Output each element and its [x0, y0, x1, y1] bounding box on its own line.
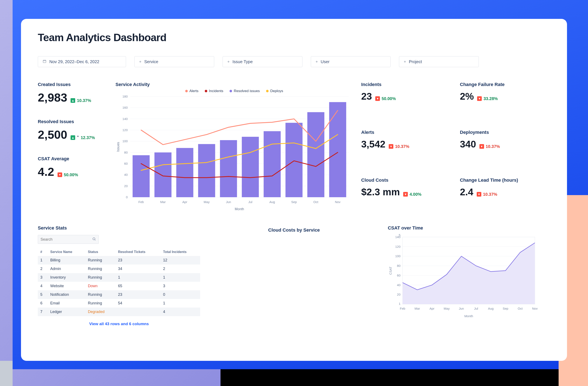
svg-text:80: 80	[124, 151, 128, 154]
svg-text:160: 160	[123, 106, 128, 109]
delta-text: 10.37%	[395, 144, 409, 149]
svg-text:Sep: Sep	[503, 307, 508, 310]
table-header[interactable]: Total Incidents	[161, 248, 200, 256]
metric-label: Cloud Costs	[361, 177, 452, 183]
filter-service-label: Service	[144, 59, 158, 64]
arrow-down-icon: ▼	[477, 192, 481, 196]
table-row[interactable]: 3InventoryRunning11	[38, 273, 200, 282]
filter-issue-type[interactable]: ⌖ Issue Type	[223, 56, 302, 67]
svg-rect-29	[307, 112, 324, 197]
svg-rect-27	[264, 131, 281, 197]
search-input[interactable]	[41, 237, 90, 242]
legend-dot-alerts	[185, 90, 188, 92]
table-cell: Ledger	[48, 308, 85, 316]
dashboard-card: Team Analytics Dashboard Nov 29, 2022–De…	[21, 19, 567, 361]
metric-delta: ▼10.37%	[389, 144, 409, 149]
table-cell: Running	[85, 273, 116, 282]
table-cell: 4	[161, 308, 200, 316]
delta-text: 10.37%	[77, 98, 91, 103]
filter-icon: ⌖	[139, 59, 141, 64]
svg-rect-21	[132, 155, 149, 197]
metric-resolved-issues: Resolved Issues 2,500 ▲ ˄ 12.37%	[38, 119, 107, 141]
table-cell: 1	[116, 273, 161, 282]
table-row[interactable]: 1BillingRunning2312	[38, 256, 200, 265]
panel-title: Cloud Costs by Service	[213, 227, 375, 233]
table-header[interactable]: #	[38, 248, 48, 256]
filter-icon: ⌖	[316, 59, 318, 64]
filter-user[interactable]: ⌖ User	[311, 56, 391, 67]
table-cell: Running	[85, 265, 116, 273]
metric-value: 2,500	[38, 128, 67, 141]
metric-value: 3,542	[361, 138, 385, 150]
arrow-up-icon: ▲	[71, 135, 75, 140]
svg-text:Jul: Jul	[248, 200, 252, 204]
table-cell: 2	[38, 265, 48, 273]
table-row[interactable]: 2AdminRunning342	[38, 265, 200, 273]
table-header[interactable]: Resolved Tickets	[116, 248, 161, 256]
table-cell: 2	[161, 265, 200, 273]
arrow-down-icon: ▼	[477, 96, 482, 101]
filter-date[interactable]: Nov 29, 2022–Dec 6, 2022	[38, 56, 126, 67]
filter-project[interactable]: ⌖ Project	[399, 56, 479, 67]
svg-text:120: 120	[123, 128, 128, 132]
svg-text:Nov: Nov	[335, 200, 341, 204]
metric-value: 2,983	[38, 91, 67, 104]
table-cell: Email	[48, 299, 85, 308]
table-row[interactable]: 5NotificationRunning230	[38, 290, 200, 299]
page-title: Team Analytics Dashboard	[38, 32, 550, 44]
table-row[interactable]: 4WebsiteDown653	[38, 282, 200, 290]
delta-text: 12.37%	[81, 135, 95, 140]
metric-label: Resolved Issues	[38, 119, 107, 124]
view-all-link[interactable]: View all 43 rows and 6 columns	[38, 322, 200, 326]
svg-text:Mar: Mar	[415, 307, 420, 310]
metric-label: Incidents	[361, 82, 452, 87]
table-cell: 5	[38, 290, 48, 299]
svg-text:5: 5	[399, 233, 400, 237]
svg-text:Aug: Aug	[270, 200, 275, 204]
table-cell: Running	[85, 256, 116, 265]
metric-delta: ▼4.00%	[403, 192, 421, 197]
legend-label: Deploys	[270, 89, 283, 93]
metric-value: 2%	[460, 91, 474, 102]
chart-legend: Alerts Incidents Resolved issues Deploys	[116, 89, 353, 93]
table-header[interactable]: Service Name	[48, 248, 85, 256]
search-icon	[92, 237, 96, 242]
svg-text:60: 60	[124, 162, 128, 165]
svg-text:180: 180	[123, 95, 128, 98]
svg-text:100: 100	[123, 139, 128, 143]
table-cell: 34	[116, 265, 161, 273]
svg-rect-0	[43, 60, 46, 62]
legend-label: Alerts	[189, 89, 198, 93]
svg-text:1: 1	[399, 302, 400, 306]
caret-up-icon: ˄	[77, 135, 79, 140]
svg-text:20: 20	[124, 184, 128, 188]
svg-text:60: 60	[397, 273, 400, 277]
csat-over-time-panel: CSAT over Time 1204060801001201405FebMar…	[388, 225, 550, 326]
stage: Team Analytics Dashboard Nov 29, 2022–De…	[0, 0, 588, 386]
cloud-costs-panel: Cloud Costs by Service	[213, 225, 375, 326]
table-row[interactable]: 7LedgerDegraded4	[38, 308, 200, 316]
metric-csat-average: CSAT Average 4.2 ▼ 50.00%	[38, 156, 107, 178]
svg-text:Feb: Feb	[138, 200, 144, 204]
svg-text:80: 80	[397, 264, 400, 268]
metric-change-lead-time: Change Lead Time (hours) 2.4 ▼10.37%	[460, 177, 550, 213]
metric-deployments: Deployments 340 ▼10.37%	[460, 130, 550, 165]
service-stats-search[interactable]	[38, 235, 99, 244]
svg-text:May: May	[443, 307, 450, 310]
table-cell: 23	[116, 290, 161, 299]
legend-dot-resolved	[230, 90, 232, 92]
filter-issue-type-label: Issue Type	[232, 59, 253, 64]
table-header[interactable]: Status	[85, 248, 116, 256]
metric-delta: ▼ 50.00%	[58, 173, 78, 177]
metric-change-failure-rate: Change Failure Rate 2% ▼33.28%	[460, 82, 550, 117]
table-cell: 4	[38, 282, 48, 290]
table-cell: 1	[38, 256, 48, 265]
metric-label: Deployments	[460, 130, 550, 135]
svg-text:Aug: Aug	[488, 307, 494, 310]
metric-value: $2.3 mm	[361, 186, 400, 198]
svg-text:0: 0	[126, 195, 128, 199]
filter-service[interactable]: ⌖ Service	[134, 56, 214, 67]
table-row[interactable]: 6EmailRunning541	[38, 299, 200, 308]
metric-label: Alerts	[361, 130, 452, 135]
metric-incidents: Incidents 23 ▼50.00%	[361, 82, 452, 117]
